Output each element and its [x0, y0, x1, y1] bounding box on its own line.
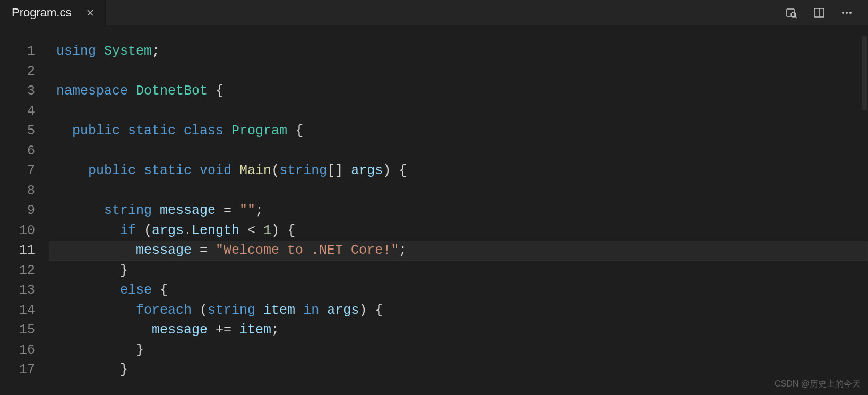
token-punc — [136, 163, 144, 178]
code-line[interactable]: namespace DotnetBot { — [49, 81, 868, 101]
editor-actions — [785, 6, 868, 19]
token-punc: { — [287, 123, 303, 139]
token-punc: . — [184, 223, 192, 238]
token-punc: ( — [136, 223, 152, 238]
code-line[interactable]: if (args.Length < 1) { — [49, 221, 868, 241]
token-punc — [96, 44, 104, 59]
token-str: "" — [239, 203, 255, 218]
scrollbar-thumb[interactable] — [862, 36, 867, 110]
token-type: Program — [231, 123, 287, 139]
token-punc — [255, 303, 263, 318]
code-line[interactable]: } — [49, 360, 868, 380]
token-var: args — [327, 303, 359, 318]
token-punc — [56, 243, 136, 258]
code-line[interactable] — [49, 62, 868, 82]
token-var: message — [136, 243, 192, 258]
token-punc — [295, 303, 303, 318]
token-kw: class — [184, 123, 224, 139]
line-number: 4 — [0, 101, 35, 122]
code-line[interactable] — [49, 141, 868, 161]
token-punc: < — [239, 223, 263, 238]
token-kw: public — [88, 163, 136, 178]
token-punc: += — [208, 322, 239, 338]
line-number: 15 — [0, 320, 35, 340]
line-number: 2 — [0, 62, 35, 82]
line-number: 12 — [0, 261, 35, 281]
token-var: item — [263, 303, 295, 318]
token-typekw: string — [104, 203, 152, 218]
token-num: 1 — [263, 223, 271, 238]
code-area[interactable]: using System;namespace DotnetBot { publi… — [49, 41, 868, 395]
token-punc: ) { — [383, 163, 407, 178]
token-punc — [120, 123, 128, 139]
token-typekw: string — [279, 163, 327, 178]
token-punc: = — [192, 243, 216, 258]
line-number-gutter: 1234567891011121314151617 — [0, 41, 49, 395]
token-var: item — [239, 322, 271, 338]
token-punc — [56, 223, 120, 238]
code-line[interactable]: foreach (string item in args) { — [49, 300, 868, 321]
token-punc — [224, 123, 231, 139]
code-line[interactable]: else { — [49, 280, 868, 300]
token-punc: ; — [399, 243, 407, 258]
token-punc: [] — [327, 163, 351, 178]
code-line[interactable]: } — [49, 261, 868, 281]
token-var: Length — [192, 223, 239, 238]
token-punc: { — [208, 83, 224, 99]
token-punc — [192, 163, 200, 178]
line-number: 13 — [0, 280, 35, 300]
line-number: 6 — [0, 141, 35, 161]
token-punc: ) { — [359, 303, 383, 318]
line-number: 14 — [0, 300, 35, 321]
token-punc: } — [56, 263, 128, 278]
token-typekw: string — [208, 303, 255, 318]
token-var: args — [351, 163, 383, 178]
token-var: args — [152, 223, 184, 238]
token-punc — [231, 163, 239, 178]
code-line[interactable]: message = "Welcome to .NET Core!"; — [49, 241, 868, 261]
token-var: message — [152, 322, 208, 338]
close-icon[interactable] — [85, 7, 96, 18]
line-number: 5 — [0, 121, 35, 141]
more-icon[interactable] — [840, 6, 853, 19]
token-punc: ( — [192, 303, 208, 318]
breadcrumb-bar — [0, 25, 868, 37]
token-fn: Main — [239, 163, 271, 178]
token-kw: void — [200, 163, 231, 178]
token-kw: foreach — [136, 303, 192, 318]
code-line[interactable]: message += item; — [49, 320, 868, 340]
line-number: 8 — [0, 181, 35, 201]
token-punc: ) { — [271, 223, 295, 238]
token-punc: ( — [271, 163, 279, 178]
line-number: 11 — [0, 241, 35, 261]
token-type: DotnetBot — [136, 83, 208, 99]
tab-program-cs[interactable]: Program.cs — [0, 0, 106, 25]
token-punc: = — [216, 203, 239, 218]
code-line[interactable]: string message = ""; — [49, 201, 868, 221]
token-punc — [56, 123, 72, 139]
code-line[interactable] — [49, 101, 868, 122]
token-type: System — [104, 44, 152, 59]
line-number: 3 — [0, 81, 35, 101]
line-number: 7 — [0, 161, 35, 181]
code-line[interactable]: using System; — [49, 41, 868, 62]
token-kw: using — [56, 44, 96, 59]
line-number: 1 — [0, 41, 35, 62]
vertical-scrollbar[interactable] — [861, 25, 868, 395]
token-punc — [56, 163, 88, 178]
code-line[interactable]: public static void Main(string[] args) { — [49, 161, 868, 181]
token-kw: in — [303, 303, 319, 318]
code-line[interactable] — [49, 181, 868, 201]
line-number: 16 — [0, 340, 35, 360]
code-line[interactable]: public static class Program { — [49, 121, 868, 141]
token-kw: public — [72, 123, 120, 139]
token-punc: } — [56, 362, 128, 377]
token-punc: { — [152, 282, 168, 298]
line-number: 10 — [0, 221, 35, 241]
find-icon[interactable] — [785, 6, 798, 19]
editor-root: Program.cs — [0, 0, 868, 395]
code-line[interactable]: } — [49, 340, 868, 360]
token-kw: static — [144, 163, 192, 178]
editor-body[interactable]: 1234567891011121314151617 using System;n… — [0, 37, 868, 395]
split-editor-icon[interactable] — [813, 6, 826, 19]
